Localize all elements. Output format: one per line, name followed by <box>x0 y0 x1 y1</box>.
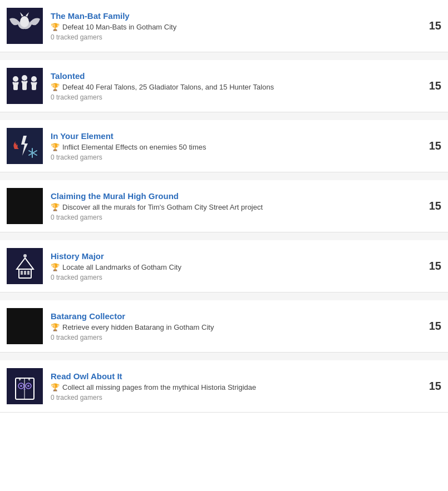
tracked-gamers-count: 0 tracked gamers <box>51 334 420 341</box>
achievement-title[interactable]: Claiming the Mural High Ground <box>51 191 420 201</box>
spacer <box>0 232 448 240</box>
achievement-title[interactable]: History Major <box>51 251 420 261</box>
achievement-info: Talonted🏆Defeat 40 Feral Talons, 25 Glad… <box>51 71 420 101</box>
tracked-gamers-count: 0 tracked gamers <box>51 274 420 281</box>
spacer <box>0 353 448 360</box>
achievement-item[interactable]: Talonted🏆Defeat 40 Feral Talons, 25 Glad… <box>0 60 448 112</box>
achievement-points: 15 <box>427 140 441 152</box>
svg-point-28 <box>23 254 27 257</box>
svg-point-13 <box>31 76 37 82</box>
achievement-info: Batarang Collector🏆Retrieve every hidden… <box>51 311 420 341</box>
achievement-title[interactable]: Talonted <box>51 71 420 81</box>
achievement-info: Claiming the Mural High Ground🏆Discover … <box>51 191 420 221</box>
trophy-icon: 🏆 <box>51 203 60 211</box>
achievement-points: 15 <box>427 80 441 92</box>
achievement-title[interactable]: In Your Element <box>51 131 420 141</box>
svg-rect-21 <box>7 188 43 224</box>
description-text: Defeat 40 Feral Talons, 25 Gladiator Tal… <box>62 83 274 91</box>
achievement-title[interactable]: Batarang Collector <box>51 311 420 321</box>
description-text: Defeat 10 Man-Bats in Gotham City <box>62 23 176 31</box>
achievement-description: 🏆Locate all Landmarks of Gotham City <box>51 263 420 271</box>
achievement-info: The Man-Bat Family🏆Defeat 10 Man-Bats in… <box>51 11 420 41</box>
achievement-item[interactable]: Batarang Collector🏆Retrieve every hidden… <box>0 300 448 353</box>
achievement-thumbnail <box>7 248 43 284</box>
spacer <box>0 112 448 120</box>
svg-rect-24 <box>21 271 23 275</box>
achievement-thumbnail <box>7 68 43 104</box>
description-text: Retrieve every hidden Batarang in Gotham… <box>62 323 214 331</box>
svg-point-36 <box>27 385 29 387</box>
description-text: Locate all Landmarks of Gotham City <box>62 263 181 271</box>
achievement-thumbnail <box>7 308 43 344</box>
achievement-item[interactable]: In Your Element🏆Inflict Elemental Effect… <box>0 120 448 172</box>
achievement-description: 🏆Collect all missing pages from the myth… <box>51 383 420 391</box>
achievement-points: 15 <box>427 260 441 272</box>
trophy-icon: 🏆 <box>51 323 60 331</box>
spacer <box>0 292 448 300</box>
achievement-points: 15 <box>427 320 441 333</box>
svg-rect-22 <box>7 248 43 284</box>
description-text: Discover all the murals for Tim's Gotham… <box>62 203 263 211</box>
svg-rect-26 <box>27 271 29 275</box>
achievement-description: 🏆Defeat 10 Man-Bats in Gotham City <box>51 23 420 31</box>
achievement-item[interactable]: Read Owl About It🏆Collect all missing pa… <box>0 360 448 413</box>
achievement-points: 15 <box>427 200 441 212</box>
achievement-thumbnail <box>7 188 43 224</box>
achievement-points: 15 <box>427 19 441 32</box>
trophy-icon: 🏆 <box>51 23 60 31</box>
trophy-icon: 🏆 <box>51 383 60 391</box>
svg-point-34 <box>20 385 22 387</box>
achievement-title[interactable]: Read Owl About It <box>51 371 420 381</box>
achievement-item[interactable]: The Man-Bat Family🏆Defeat 10 Man-Bats in… <box>0 0 448 52</box>
achievement-thumbnail <box>7 8 43 44</box>
achievement-description: 🏆Discover all the murals for Tim's Gotha… <box>51 203 420 211</box>
tracked-gamers-count: 0 tracked gamers <box>51 394 420 401</box>
achievement-item[interactable]: History Major🏆Locate all Landmarks of Go… <box>0 240 448 292</box>
description-text: Inflict Elemental Effects on enemies 50 … <box>62 143 206 151</box>
svg-point-5 <box>13 76 18 82</box>
trophy-icon: 🏆 <box>51 263 60 271</box>
spacer <box>0 52 448 60</box>
achievement-thumbnail <box>7 128 43 164</box>
achievement-description: 🏆Defeat 40 Feral Talons, 25 Gladiator Ta… <box>51 83 420 91</box>
achievement-title[interactable]: The Man-Bat Family <box>51 11 420 21</box>
tracked-gamers-count: 0 tracked gamers <box>51 93 420 101</box>
svg-rect-29 <box>7 308 43 344</box>
tracked-gamers-count: 0 tracked gamers <box>51 153 420 161</box>
achievement-description: 🏆Retrieve every hidden Batarang in Gotha… <box>51 323 420 331</box>
tracked-gamers-count: 0 tracked gamers <box>51 33 420 41</box>
description-text: Collect all missing pages from the mythi… <box>62 383 256 391</box>
spacer <box>0 172 448 180</box>
trophy-icon: 🏆 <box>51 143 60 151</box>
achievement-info: History Major🏆Locate all Landmarks of Go… <box>51 251 420 281</box>
svg-point-9 <box>22 75 27 81</box>
achievement-info: Read Owl About It🏆Collect all missing pa… <box>51 371 420 401</box>
achievement-info: In Your Element🏆Inflict Elemental Effect… <box>51 131 420 161</box>
trophy-icon: 🏆 <box>51 83 60 91</box>
achievement-list: The Man-Bat Family🏆Defeat 10 Man-Bats in… <box>0 0 448 413</box>
achievement-thumbnail <box>7 368 43 404</box>
achievement-points: 15 <box>427 380 441 393</box>
tracked-gamers-count: 0 tracked gamers <box>51 214 420 221</box>
svg-rect-25 <box>24 271 26 275</box>
achievement-description: 🏆Inflict Elemental Effects on enemies 50… <box>51 143 420 151</box>
achievement-item[interactable]: Claiming the Mural High Ground🏆Discover … <box>0 180 448 232</box>
